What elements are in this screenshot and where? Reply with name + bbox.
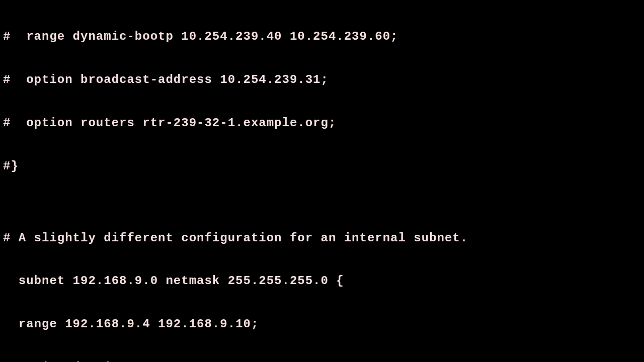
config-line: # option routers rtr-239-32-1.example.or… (3, 116, 641, 131)
config-line: # range dynamic-bootp 10.254.239.40 10.2… (3, 30, 641, 44)
config-line: subnet 192.168.9.0 netmask 255.255.255.0… (3, 274, 641, 289)
config-line: #} (3, 159, 641, 174)
config-line: range 192.168.9.4 192.168.9.10; (3, 317, 641, 332)
config-line: # A slightly different configuration for… (3, 231, 641, 246)
terminal-window[interactable]: # range dynamic-bootp 10.254.239.40 10.2… (0, 0, 644, 362)
config-line: # option broadcast-address 10.254.239.31… (3, 73, 641, 87)
